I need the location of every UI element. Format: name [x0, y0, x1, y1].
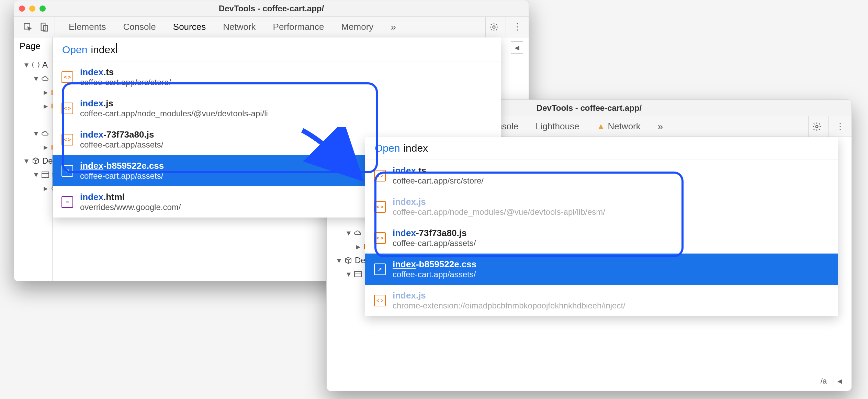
result-filename: index.js [393, 197, 605, 207]
cloud-icon [353, 228, 362, 237]
command-prefix: Open [62, 44, 87, 56]
toggle-panel-icon[interactable]: ◀ [511, 42, 523, 54]
panel-tabs: Elements Console Sources Network Perform… [55, 22, 485, 33]
tab-lighthouse[interactable]: Lighthouse [536, 121, 579, 132]
result-filename: index.js [393, 290, 625, 301]
result-path: coffee-cart.app/assets/ [80, 140, 163, 150]
result-path: coffee-cart.app/assets/ [80, 171, 164, 181]
kebab-icon[interactable]: ⋮ [513, 22, 522, 32]
command-result-item[interactable]: < >index.jschrome-extension://eimadpbcbf… [365, 285, 838, 316]
tree-node-label[interactable]: De [355, 254, 365, 267]
cloud-icon [41, 129, 50, 138]
result-path: coffee-cart.app/node_modules/@vue/devtoo… [393, 207, 605, 217]
result-filename: index-73f73a80.js [393, 228, 476, 238]
result-filename: index-b859522e.css [393, 259, 476, 270]
command-prefix: Open [375, 142, 400, 154]
cloud-icon [41, 74, 50, 83]
tab-performance[interactable]: Performance [273, 22, 324, 32]
result-path: coffee-cart.app/src/store/ [80, 78, 171, 87]
window-icon [41, 170, 50, 179]
inspect-icon[interactable] [23, 22, 33, 32]
js-file-icon: < > [61, 71, 73, 83]
window-controls [19, 5, 46, 12]
command-result-item[interactable]: < >index.jscoffee-cart.app/node_modules/… [365, 191, 838, 222]
svg-point-9 [816, 125, 818, 128]
maximize-window-button[interactable] [40, 5, 46, 12]
js-file-icon: < > [61, 134, 73, 145]
window-context-icon [31, 60, 40, 69]
settings-icon[interactable] [489, 22, 499, 32]
result-path: chrome-extension://eimadpbcbfnmbkopoojfe… [393, 301, 625, 310]
main-toolbar: Elements Console Sources Network Perform… [14, 17, 529, 37]
window-icon [353, 270, 362, 279]
js-file-icon: < > [374, 170, 386, 181]
tab-network[interactable]: Network [223, 22, 256, 32]
sidebar-tab-page[interactable]: Page [14, 37, 52, 55]
more-tabs-icon[interactable]: » [658, 121, 663, 132]
result-filename: index-73f73a80.js [80, 129, 163, 140]
result-path: overrides/www.google.com/ [80, 202, 181, 212]
svg-rect-4 [42, 172, 49, 177]
result-filename: index.js [80, 98, 268, 109]
command-query: index [91, 44, 115, 56]
command-result-item[interactable]: < >index.tscoffee-cart.app/src/store/ [53, 61, 501, 93]
kebab-icon[interactable]: ⋮ [836, 121, 845, 132]
command-result-item[interactable]: < >index-73f73a80.jscoffee-cart.app/asse… [365, 222, 838, 254]
window-title: DevTools - coffee-cart.app/ [14, 4, 529, 13]
result-path: coffee-cart.app/assets/ [393, 238, 476, 248]
js-file-icon: < > [374, 295, 386, 306]
css-file-icon: ↗ [61, 165, 73, 177]
tab-elements[interactable]: Elements [69, 22, 106, 32]
command-query: index [403, 142, 428, 154]
settings-icon[interactable] [812, 122, 822, 131]
minimize-window-button[interactable] [29, 5, 35, 12]
command-result-item[interactable]: < >index.tscoffee-cart.app/src/store/ [365, 160, 838, 191]
tree-node-label[interactable]: A [42, 58, 48, 72]
tab-console[interactable]: Console [123, 22, 156, 32]
more-tabs-icon[interactable]: » [391, 22, 396, 33]
command-input[interactable]: Open index [53, 37, 501, 61]
js-file-icon: < > [374, 201, 386, 213]
cube-icon [31, 156, 40, 165]
command-result-item[interactable]: ↗index-b859522e.csscoffee-cart.app/asset… [365, 254, 838, 285]
command-input[interactable]: Open index [365, 137, 838, 160]
command-result-item[interactable]: < >index.jscoffee-cart.app/node_modules/… [53, 93, 501, 124]
tab-network[interactable]: ▲ Network [596, 121, 640, 132]
tree-node-label[interactable]: De [42, 154, 53, 168]
svg-rect-10 [354, 271, 361, 277]
result-filename: index.html [80, 192, 181, 202]
cube-icon [344, 256, 353, 265]
result-path: coffee-cart.app/src/store/ [393, 176, 484, 186]
command-results: < >index.tscoffee-cart.app/src/store/< >… [365, 160, 838, 316]
result-filename: index.ts [393, 165, 484, 176]
js-file-icon: < > [61, 103, 73, 114]
html-file-icon: ≡ [61, 196, 73, 208]
tab-sources[interactable]: Sources [173, 22, 206, 32]
devtools-window-2: DevTools - coffee-cart.app/ Elements Sou… [326, 99, 852, 391]
tab-memory[interactable]: Memory [341, 22, 373, 32]
device-mode-icon[interactable] [40, 22, 49, 32]
result-filename: index.ts [80, 67, 171, 78]
result-path: coffee-cart.app/assets/ [393, 270, 476, 279]
warning-icon: ▲ [596, 121, 605, 131]
css-file-icon: ↗ [374, 263, 386, 275]
result-path: coffee-cart.app/node_modules/@vue/devtoo… [80, 109, 268, 118]
js-file-icon: < > [374, 232, 386, 244]
close-window-button[interactable] [19, 5, 25, 12]
titlebar: DevTools - coffee-cart.app/ [14, 0, 529, 17]
command-menu: Open index < >index.tscoffee-cart.app/sr… [365, 137, 838, 316]
result-filename: index-b859522e.css [80, 161, 164, 171]
svg-point-3 [493, 26, 495, 28]
